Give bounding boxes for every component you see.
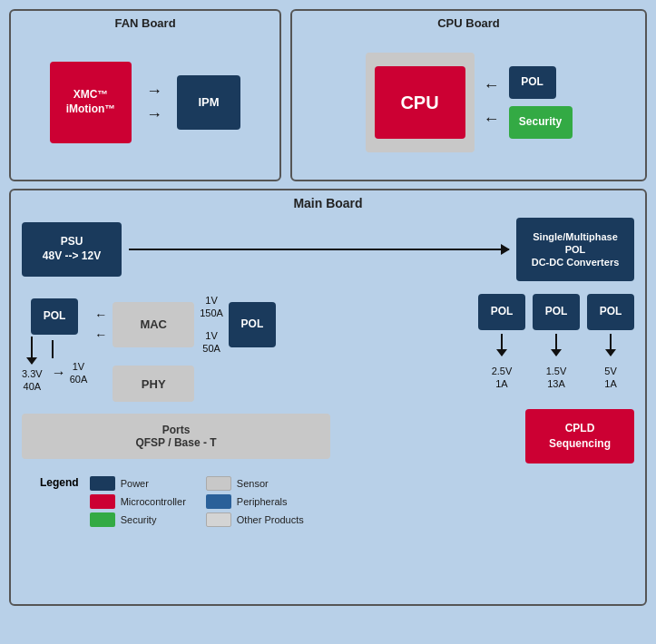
pol-mid-block: POL	[229, 302, 276, 347]
dc-dc-block: Single/Multiphase POL DC-DC Converters	[516, 218, 634, 281]
legend-other-label: Other Products	[237, 514, 304, 525]
ports-label-1: Ports	[162, 424, 191, 436]
vlabel-1v-150a: 1V 150A	[200, 294, 223, 320]
arrow-right-2: →	[146, 106, 162, 122]
legend-title: Legend	[40, 476, 79, 489]
right-pol-group: POL 2.5V 1A POL 1.5V 13A POL	[478, 294, 634, 391]
legend-peripherals: Peripherals	[206, 494, 304, 509]
arrows-fan: → →	[146, 83, 162, 122]
legend-other-swatch	[206, 512, 231, 527]
arrows-cpu: ← ←	[484, 76, 500, 129]
voltage-3v3-40a: 3.3V 40A	[22, 367, 43, 394]
main-board: Main Board PSU 48V --> 12V Single/Multip…	[9, 189, 647, 606]
legend-mcu: Microcontroller	[90, 494, 186, 509]
mb-mid-area: POL 3.3V 40A → 1V 60A	[22, 294, 634, 402]
xmc-block: XMC™ iMotion™	[50, 62, 132, 143]
legend-sensor-swatch	[206, 476, 231, 491]
arrow-right-1: →	[146, 83, 162, 99]
ports-block: Ports QFSP / Base - T	[22, 414, 330, 459]
cpu-board-title: CPU Board	[437, 16, 500, 30]
pol-1v5-wrap: POL 1.5V 13A	[533, 294, 580, 391]
cpld-block: CPLD Sequencing	[525, 409, 634, 463]
cpu-block: CPU	[375, 66, 465, 139]
arrow-to-mac-2: ←	[94, 327, 107, 342]
center-col: ← ← MAC 1V 150A 1V 50A POL →	[94, 294, 471, 402]
main-container: FAN Board XMC™ iMotion™ → → IPM CPU Boar…	[9, 9, 647, 635]
mac-block: MAC	[113, 302, 194, 347]
legend-col-1: Power Microcontroller Security	[90, 476, 186, 527]
pol-1v5-block: POL	[533, 294, 580, 330]
pol-2v5-label: 2.5V 1A	[492, 365, 513, 391]
psu-to-dc-arrow	[129, 249, 509, 250]
legend-mcu-swatch	[90, 494, 115, 509]
pol-5v-label: 5V 1A	[604, 365, 616, 391]
pol-5v-wrap: POL 5V 1A	[587, 294, 634, 391]
cpu-inner: CPU ← ← POL Security	[366, 53, 573, 152]
pol-5v-block: POL	[587, 294, 634, 330]
left-pol-area: POL 3.3V 40A → 1V 60A	[22, 294, 87, 394]
legend-power: Power	[90, 476, 186, 491]
legend-peripherals-label: Peripherals	[237, 496, 288, 507]
pol-1v5-label: 1.5V 13A	[546, 365, 567, 391]
legend-sensor: Sensor	[206, 476, 304, 491]
main-board-title: Main Board	[293, 196, 362, 210]
arrow-to-cpu-2: ←	[484, 110, 500, 129]
ipm-block: IPM	[177, 75, 240, 130]
vlabel-1v-50a: 1V 50A	[202, 329, 220, 356]
ports-label-2: QFSP / Base - T	[135, 436, 216, 449]
legend-security-swatch	[90, 512, 115, 527]
security-block: Security	[509, 106, 573, 139]
top-row: FAN Board XMC™ iMotion™ → → IPM CPU Boar…	[9, 9, 647, 181]
arrow-to-mac-1: ←	[94, 307, 107, 322]
cpu-board: CPU Board CPU ← ← POL Security	[290, 9, 647, 181]
arrow-to-phy: →	[52, 365, 66, 381]
legend-power-swatch	[90, 476, 115, 491]
fan-board: FAN Board XMC™ iMotion™ → → IPM	[9, 9, 281, 181]
cpu-sensor-wrap: CPU	[366, 53, 475, 152]
legend-mcu-label: Microcontroller	[121, 496, 186, 507]
legend-security-label: Security	[121, 514, 157, 525]
legend-power-label: Power	[121, 478, 149, 489]
pol-2v5-wrap: POL 2.5V 1A	[478, 294, 525, 391]
mac-row: ← ← MAC 1V 150A 1V 50A POL	[94, 294, 471, 355]
legend-security: Security	[90, 512, 186, 527]
voltage-1v-60a: 1V 60A	[70, 360, 88, 386]
legend-other: Other Products	[206, 512, 304, 527]
left-pol-down-line	[31, 337, 33, 364]
mb-top-row: PSU 48V --> 12V Single/Multiphase POL DC…	[22, 218, 634, 281]
arrow-to-cpu-1: ←	[484, 76, 500, 95]
legend-sensor-label: Sensor	[237, 478, 269, 489]
psu-block: PSU 48V --> 12V	[22, 222, 122, 277]
ports-cpld-row: Ports QFSP / Base - T CPLD Sequencing	[22, 409, 634, 463]
legend-peripherals-swatch	[206, 494, 231, 509]
phy-row: → PHY	[94, 366, 471, 402]
cpu-right-blocks: POL Security	[509, 66, 573, 139]
legend-area: Legend Power Microcontroller Security	[40, 476, 634, 527]
pol-cpu: POL	[509, 66, 556, 99]
legend-col-2: Sensor Peripherals Other Products	[206, 476, 304, 527]
phy-block: PHY	[113, 366, 194, 402]
fan-board-title: FAN Board	[114, 16, 175, 30]
pol-2v5-block: POL	[478, 294, 525, 330]
fan-inner: XMC™ iMotion™ → → IPM	[50, 62, 240, 143]
pol-left-block: POL	[31, 298, 78, 335]
